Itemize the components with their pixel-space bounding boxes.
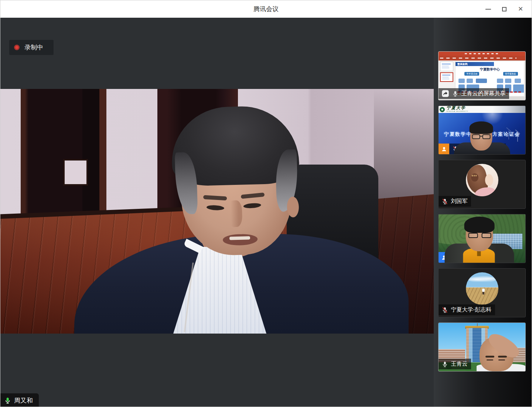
recording-label: 录制中 [24, 43, 43, 52]
participant-name: 宁夏大学-彭志科 [451, 306, 491, 313]
screen-share-icon [441, 90, 449, 97]
recording-badge: 录制中 [9, 40, 54, 55]
speaker-face [173, 106, 299, 257]
close-icon: ✕ [518, 6, 523, 12]
participant-name: 王青云的屏幕共享 [461, 90, 505, 97]
participant-tile-screen-share[interactable]: 整体架构 宁夏数学中心 学术委员会 管理服务处 [438, 51, 526, 100]
mic-on-icon [441, 361, 448, 368]
participant-tile-pengzhike[interactable]: 宁夏大学-彭志科 [438, 268, 526, 317]
background-door [21, 89, 106, 217]
slide-branch-right: 管理服务处 [503, 72, 518, 76]
mic-muted-icon [441, 307, 448, 313]
tile-label: 王青云的屏幕共享 [439, 88, 509, 99]
meeting-content: 录制中 周又和 [0, 18, 532, 407]
participant-tile-wangwenshuai[interactable]: 宁夏大学 NINGXIA UNIVERSITY 宁夏数学中 方案论证会 [438, 106, 526, 155]
speaker-video [0, 89, 434, 334]
speaker-name: 周又和 [14, 396, 33, 405]
mic-on-icon [4, 397, 11, 404]
participant-video [439, 214, 525, 263]
slide-header: 整体架构 [456, 62, 494, 66]
main-video-region[interactable]: 录制中 周又和 [0, 18, 434, 407]
window-title: 腾讯会议 [253, 5, 279, 13]
slide-title: 宁夏数学中心 [456, 67, 524, 72]
titlebar: 腾讯会议 ✕ [0, 0, 532, 18]
window-controls: ✕ [480, 0, 529, 18]
tile-label: 刘国军 [439, 196, 471, 207]
slide-branch-left: 学术委员会 [464, 72, 479, 76]
speaker-name-tag: 周又和 [0, 393, 39, 407]
university-logo-text: 宁夏大学 [446, 106, 468, 110]
participant-tile-tangtao[interactable]: 汤涛 [438, 214, 526, 263]
tencent-meeting-window: 腾讯会议 ✕ [0, 0, 532, 407]
participant-name: 刘国军 [451, 198, 467, 205]
recording-icon [14, 45, 20, 50]
tile-label: 王青云 [439, 359, 471, 369]
university-logo-subtext: NINGXIA UNIVERSITY [446, 110, 468, 113]
member-badge-icon [439, 144, 449, 154]
maximize-button[interactable] [496, 0, 512, 18]
participant-name: 王青云 [451, 361, 467, 368]
participant-tile-wangqingyun[interactable]: 王青云 [438, 323, 526, 372]
close-button[interactable]: ✕ [512, 0, 529, 18]
minimize-button[interactable] [480, 0, 496, 18]
university-logo-icon [440, 107, 445, 112]
mic-muted-icon [441, 198, 448, 205]
mic-on-icon [452, 90, 458, 97]
maximize-icon [502, 7, 507, 11]
tile-label: 宁夏大学-彭志科 [439, 304, 495, 315]
avatar [466, 164, 498, 196]
participant-tile-liuguojun[interactable]: 刘国军 [438, 160, 526, 209]
participant-strip: 整体架构 宁夏数学中心 学术委员会 管理服务处 [434, 18, 532, 407]
avatar [466, 272, 498, 305]
minimize-icon [485, 9, 491, 10]
